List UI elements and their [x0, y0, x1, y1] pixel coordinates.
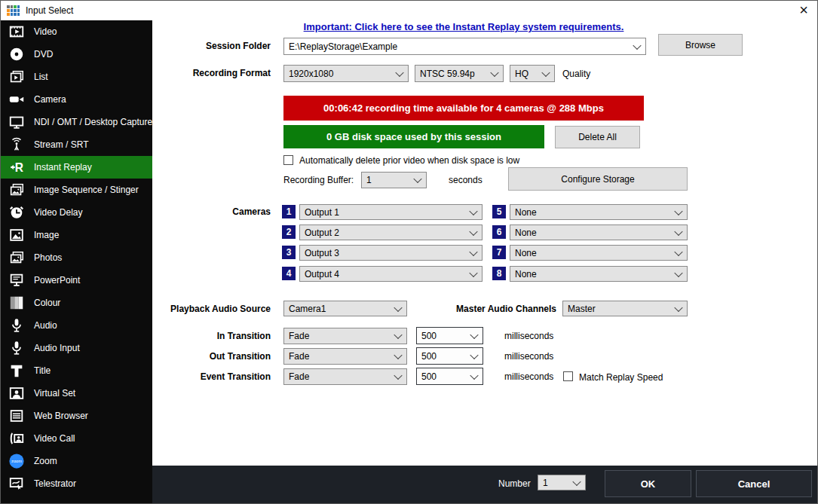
instant-replay-settings: Important: Click here to see the Instant…: [152, 20, 817, 466]
match-replay-speed-checkbox[interactable]: [563, 371, 573, 381]
system-requirements-link[interactable]: Important: Click here to see the Instant…: [283, 21, 644, 32]
sidebar-item-label: Photos: [34, 252, 62, 263]
colour-swatch-icon: [8, 295, 25, 311]
out-transition-duration-combo[interactable]: 500: [416, 347, 483, 365]
playback-audio-source-combo[interactable]: Camera1: [283, 301, 407, 316]
playback-audio-source-label: Playback Audio Source: [121, 304, 271, 314]
sidebar-item-video[interactable]: Video: [1, 20, 152, 43]
disk-space-banner: 0 GB disk space used by this session: [283, 125, 544, 148]
configure-storage-button[interactable]: Configure Storage: [508, 167, 688, 191]
in-transition-label: In Transition: [121, 331, 271, 341]
powerpoint-icon: [8, 272, 25, 289]
sidebar-item-image[interactable]: Image: [1, 224, 152, 246]
sidebar-item-virtual-set[interactable]: Virtual Set: [1, 382, 152, 405]
web-browser-icon: [8, 408, 25, 424]
sidebar-item-label: Audio: [34, 320, 57, 331]
sidebar-item-label: Audio Input: [34, 343, 80, 353]
sidebar-item-label: Camera: [34, 94, 66, 105]
virtual-set-icon: [8, 385, 25, 402]
sidebar-item-photos[interactable]: Photos: [1, 246, 152, 269]
chevron-down-icon: [541, 68, 550, 76]
sidebar-item-video-delay[interactable]: Video Delay: [1, 201, 152, 224]
chevron-down-icon: [469, 206, 477, 215]
telestrator-icon: [8, 475, 25, 492]
session-folder-combo[interactable]: E:\ReplayStorage\Example: [283, 38, 646, 55]
sidebar-item-label: Telestrator: [34, 478, 76, 489]
sidebar-item-dvd[interactable]: DVD: [1, 43, 152, 66]
camera-2-source-combo[interactable]: Output 2: [299, 225, 483, 240]
sidebar-item-image-sequence-stinger[interactable]: Image Sequence / Stinger: [1, 179, 152, 201]
camera-number-badge: 8: [492, 267, 506, 280]
camera-4-source-combo[interactable]: Output 4: [299, 266, 483, 282]
chevron-down-icon: [469, 268, 477, 276]
chevron-down-icon: [674, 303, 682, 311]
number-combo[interactable]: 1: [538, 475, 586, 490]
recording-buffer-unit: seconds: [449, 175, 483, 185]
sidebar-item-zoom[interactable]: Zoom: [1, 450, 152, 472]
recording-time-banner: 00:06:42 recording time available for 4 …: [283, 96, 644, 121]
camera-3-source-combo[interactable]: Output 3: [299, 245, 483, 261]
camera-8-source-combo[interactable]: None: [510, 266, 688, 282]
event-transition-label: Event Transition: [121, 371, 271, 382]
sidebar-item-web-browser[interactable]: Web Browser: [1, 405, 152, 427]
camera-6-source-combo[interactable]: None: [510, 225, 688, 240]
browse-button[interactable]: Browse: [658, 34, 743, 56]
camera-number-badge: 6: [492, 225, 506, 239]
camera-5-source-combo[interactable]: None: [510, 204, 688, 220]
sidebar-item-label: Image Sequence / Stinger: [34, 185, 139, 195]
master-audio-channels-combo[interactable]: Master: [562, 301, 688, 316]
auto-delete-checkbox-label: Automatically delete prior video when di…: [299, 155, 519, 166]
quality-combo[interactable]: HQ: [510, 65, 555, 82]
chevron-down-icon: [470, 371, 478, 379]
sidebar-item-label: Stream / SRT: [34, 139, 88, 150]
event-transition-unit: milliseconds: [504, 371, 553, 382]
sidebar-item-label: NDI / OMT / Desktop Capture: [34, 117, 152, 127]
sidebar-item-label: Instant Replay: [34, 162, 92, 173]
resolution-combo[interactable]: 1920x1080: [283, 65, 409, 82]
title-t-icon: [8, 362, 25, 379]
recording-buffer-combo[interactable]: 1: [361, 172, 427, 188]
chevron-down-icon: [469, 247, 477, 255]
sidebar-item-label: Zoom: [34, 456, 57, 466]
sidebar-item-telestrator[interactable]: Telestrator: [1, 472, 152, 495]
dialog-footer: Number 1 OK Cancel: [152, 466, 817, 503]
chevron-down-icon: [470, 350, 478, 359]
event-transition-duration-combo[interactable]: 500: [416, 368, 483, 385]
close-icon[interactable]: ×: [799, 2, 808, 17]
ok-button[interactable]: OK: [605, 470, 691, 497]
sidebar-item-label: Video Call: [34, 433, 75, 444]
chevron-down-icon: [394, 303, 402, 311]
chevron-down-icon: [413, 175, 421, 183]
zoom-logo-icon: [8, 453, 25, 469]
event-transition-type-combo[interactable]: Fade: [283, 368, 407, 385]
sidebar-item-instant-replay[interactable]: Instant Replay: [1, 156, 152, 179]
in-transition-duration-combo[interactable]: 500: [416, 327, 483, 344]
frame-rate-combo[interactable]: NTSC 59.94p: [415, 65, 504, 82]
microphone-icon: [8, 317, 25, 334]
sidebar-item-ndi-omt-desktop-capture[interactable]: NDI / OMT / Desktop Capture: [1, 111, 152, 133]
in-transition-unit: milliseconds: [504, 331, 553, 341]
sidebar-item-camera[interactable]: Camera: [1, 88, 152, 111]
video-icon: [8, 23, 25, 40]
recording-buffer-label: Recording Buffer:: [283, 175, 354, 185]
camera-7-source-combo[interactable]: None: [510, 245, 688, 261]
recording-format-label: Recording Format: [136, 68, 271, 78]
camera-1-source-combo[interactable]: Output 1: [299, 204, 483, 220]
stream-antenna-icon: [8, 136, 25, 153]
chevron-down-icon: [394, 371, 402, 380]
sidebar-item-video-call[interactable]: Video Call: [1, 427, 152, 450]
camera-number-badge: 1: [282, 205, 296, 218]
out-transition-label: Out Transition: [121, 351, 271, 362]
in-transition-type-combo[interactable]: Fade: [283, 328, 407, 344]
image-sequence-icon: [8, 182, 25, 198]
auto-delete-checkbox[interactable]: [283, 155, 293, 165]
sidebar-item-stream-srt[interactable]: Stream / SRT: [1, 133, 152, 156]
cancel-button[interactable]: Cancel: [696, 470, 812, 497]
sidebar-item-label: Web Browser: [34, 411, 88, 421]
window-title: Input Select: [26, 5, 73, 16]
delete-all-button[interactable]: Delete All: [555, 126, 640, 148]
out-transition-type-combo[interactable]: Fade: [283, 348, 407, 365]
sidebar-item-list[interactable]: List: [1, 66, 152, 88]
sidebar-item-powerpoint[interactable]: PowerPoint: [1, 269, 152, 292]
session-folder-label: Session Folder: [152, 41, 271, 51]
